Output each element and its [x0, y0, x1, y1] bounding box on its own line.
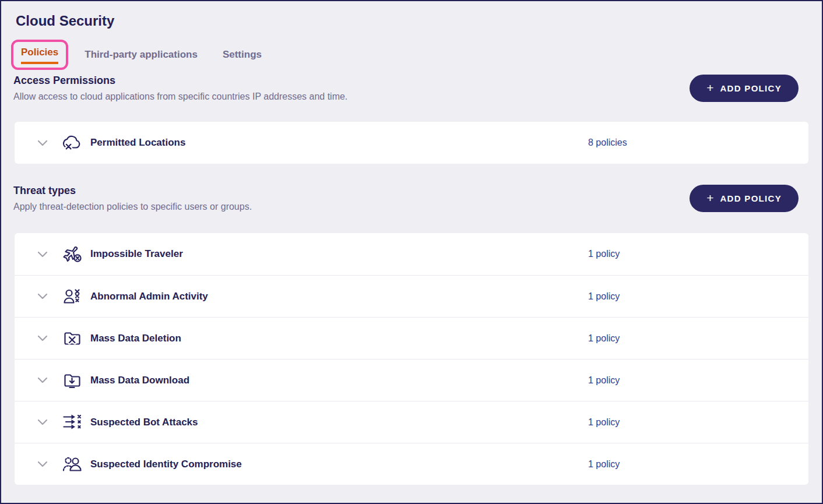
airplane-x-icon	[62, 245, 84, 263]
policy-count: 8 policies	[588, 138, 627, 148]
admin-x-icon	[62, 288, 84, 305]
chevron-down-icon[interactable]	[37, 377, 48, 383]
row-suspected-bot-attacks[interactable]: Suspected Bot Attacks 1 policy	[15, 401, 808, 443]
page-title: Cloud Security	[16, 13, 822, 29]
tab-bar: Policies Third-party applications Settin…	[11, 40, 822, 70]
tab-settings[interactable]: Settings	[223, 49, 262, 61]
access-permissions-card: Permitted Locations 8 policies	[15, 122, 808, 164]
add-policy-button[interactable]: + ADD POLICY	[690, 185, 799, 212]
row-suspected-identity-compromise[interactable]: Suspected Identity Compromise 1 policy	[15, 443, 808, 485]
row-label: Impossible Traveler	[90, 248, 183, 260]
threat-types-card: Impossible Traveler 1 policy Abnormal Ad…	[15, 233, 808, 485]
section-threat-types-header: Threat types Apply threat-detection poli…	[1, 185, 822, 212]
section-description: Apply threat-detection policies to speci…	[13, 201, 252, 212]
plus-icon: +	[706, 192, 713, 204]
add-policy-button[interactable]: + ADD POLICY	[690, 75, 799, 102]
policy-count: 1 policy	[588, 291, 620, 302]
row-permitted-locations[interactable]: Permitted Locations 8 policies	[15, 122, 808, 164]
bot-attacks-icon	[62, 414, 84, 431]
add-policy-label: ADD POLICY	[720, 193, 782, 203]
row-label: Suspected Bot Attacks	[90, 417, 198, 428]
chevron-down-icon[interactable]	[37, 251, 48, 258]
section-description: Allow access to cloud applications from …	[13, 91, 347, 102]
tab-policies[interactable]: Policies	[21, 47, 58, 64]
policy-count: 1 policy	[588, 249, 620, 259]
cloud-security-page: Cloud Security Policies Third-party appl…	[0, 0, 823, 504]
row-abnormal-admin-activity[interactable]: Abnormal Admin Activity 1 policy	[15, 275, 808, 317]
policy-count: 1 policy	[588, 375, 620, 386]
chevron-down-icon[interactable]	[37, 461, 48, 467]
folder-download-icon	[62, 372, 84, 389]
row-impossible-traveler[interactable]: Impossible Traveler 1 policy	[15, 233, 808, 275]
chevron-down-icon[interactable]	[37, 293, 48, 299]
row-mass-data-deletion[interactable]: Mass Data Deletion 1 policy	[15, 317, 808, 359]
policy-count: 1 policy	[588, 333, 620, 344]
section-heading: Access Permissions	[13, 75, 347, 87]
folder-x-icon	[62, 330, 84, 347]
policies-tab-highlight: Policies	[11, 40, 68, 70]
row-label: Mass Data Download	[90, 375, 189, 386]
row-label: Mass Data Deletion	[90, 333, 181, 344]
add-policy-label: ADD POLICY	[720, 83, 782, 93]
section-access-permissions-header: Access Permissions Allow access to cloud…	[1, 75, 822, 102]
tab-third-party-applications[interactable]: Third-party applications	[85, 49, 198, 61]
row-label: Permitted Locations	[90, 137, 185, 149]
row-mass-data-download[interactable]: Mass Data Download 1 policy	[15, 359, 808, 401]
policy-count: 1 policy	[588, 459, 620, 470]
plus-icon: +	[706, 82, 713, 94]
policy-count: 1 policy	[588, 417, 620, 428]
chevron-down-icon[interactable]	[37, 140, 48, 146]
cloud-location-icon	[62, 134, 84, 151]
chevron-down-icon[interactable]	[37, 335, 48, 341]
row-label: Abnormal Admin Activity	[90, 291, 208, 302]
row-label: Suspected Identity Compromise	[90, 459, 242, 470]
identity-compromise-icon	[62, 456, 84, 473]
chevron-down-icon[interactable]	[37, 419, 48, 425]
section-heading: Threat types	[13, 185, 252, 197]
